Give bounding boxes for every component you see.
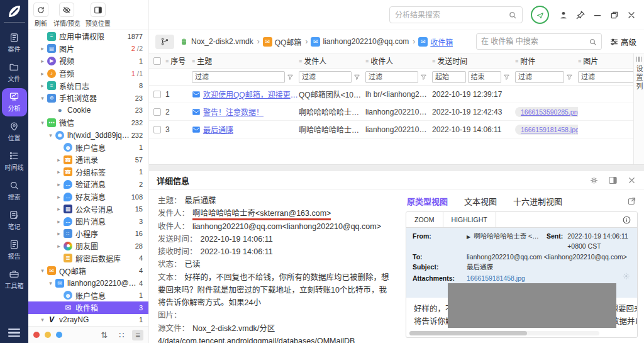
inbox-search-input[interactable] (481, 37, 585, 46)
filter-subject-input[interactable] (192, 71, 285, 83)
sidebar-item-report[interactable]: 报告 (2, 236, 27, 264)
inbox-search[interactable] (476, 33, 602, 50)
filter-image-input[interactable] (578, 71, 633, 83)
breadcrumb-item[interactable]: › ✉ 收件箱 (412, 37, 453, 47)
email-subject-link[interactable]: 警告！注意数据！ (203, 106, 264, 117)
email-subject-link[interactable]: 欢迎使用QQ邮箱，迎接更高效... (203, 89, 299, 99)
chevron-icon[interactable]: ▸ (55, 181, 63, 188)
chevron-icon[interactable]: ▾ (38, 267, 47, 274)
funnel-icon[interactable] (503, 74, 510, 81)
tree-item[interactable]: ▸ ♪ 音频 1 /1 (28, 67, 148, 80)
funnel-icon[interactable] (353, 74, 360, 81)
sidebar-item-timeline[interactable]: 时间线 (2, 147, 27, 176)
tree-item[interactable]: ▸ ☎ 通讯录 57 (28, 154, 148, 166)
expand-arrow-icon[interactable]: ▶ (467, 233, 470, 241)
filter-time-end-input[interactable] (468, 71, 502, 83)
gear-icon[interactable] (589, 176, 599, 185)
highlight-tab[interactable]: HIGHLIGHT (443, 212, 496, 227)
attachment-pill[interactable]: 1666153590285.png (515, 107, 578, 117)
attachment-pill[interactable]: 1666159181458.jpg (515, 125, 578, 135)
tree-item[interactable]: ▾ ☻ lh(wxid_3dd89jqqx0c... 232 (28, 129, 148, 142)
flag-red-dot[interactable] (33, 332, 40, 338)
tree-item[interactable]: ▾ ⋯ 微信 232 (28, 116, 148, 129)
sidebar-item-location[interactable]: 位置 (2, 118, 27, 146)
chevron-icon[interactable]: ▸ (55, 157, 63, 163)
tree-item[interactable]: ▸ … 图片消息 3 (28, 215, 148, 228)
grid-view-icon[interactable]: ∷ (116, 330, 127, 340)
filter-time-start-input[interactable] (432, 71, 466, 83)
tree-item[interactable]: ▸ ▤ 图片 2 /2 (28, 43, 148, 55)
tree-item[interactable]: ▾ ⊕ 手机浏览器 23 (28, 92, 148, 104)
branch-view-icon[interactable] (155, 35, 174, 49)
tree-item[interactable]: ▾ V v2rayNG 1 (28, 314, 148, 326)
tree-item[interactable]: ≣ 解密后数据库 4 (28, 252, 148, 265)
refresh-button[interactable]: 刷新 (33, 3, 48, 29)
chevron-icon[interactable]: ▾ (38, 317, 47, 323)
row-checkbox[interactable] (153, 108, 161, 116)
chevron-icon[interactable]: ▾ (38, 120, 47, 126)
sidebar-item-search[interactable]: 搜索 (2, 177, 27, 205)
search-icon[interactable] (508, 11, 517, 20)
list-view-icon[interactable]: ≡ (132, 330, 143, 340)
advanced-search-button[interactable]: 高级 (609, 36, 636, 48)
tree-item[interactable]: ▸ 朋友圈 28 (28, 240, 148, 252)
global-search-input[interactable] (395, 11, 504, 20)
breadcrumb-item[interactable]: › ✉ lianhong202210@qq.com (304, 37, 409, 47)
sidebar-item-note[interactable]: 笔记 (2, 206, 27, 235)
preview-position-button[interactable]: 预览位置 (86, 3, 111, 29)
chevron-icon[interactable]: ▸ (38, 45, 47, 52)
layout-icon[interactable] (608, 176, 618, 185)
zoom-tab[interactable]: ZOOM (406, 212, 443, 227)
chevron-icon[interactable]: ▾ (47, 280, 55, 286)
search-icon[interactable] (589, 38, 597, 46)
panel-divider[interactable] (149, 165, 644, 171)
row-checkbox[interactable] (153, 91, 161, 98)
tree-item[interactable]: ✉ 收件箱 3 (28, 301, 148, 314)
sidebar-item-case[interactable]: 案件 (2, 29, 27, 57)
table-row[interactable]: 2 警告！注意数据！ 啊哈哈哈哈哈士奇<... lianhong202210<l… (149, 103, 633, 121)
tree-item[interactable]: ▸ … 验证消息 2 (28, 178, 148, 191)
table-row[interactable]: 3 最后通牒 啊哈哈哈哈哈士奇<... lianhong202210@q... … (149, 121, 633, 138)
detail-preview-button[interactable]: 详情/预览 (53, 3, 80, 29)
pin-icon[interactable] (575, 10, 586, 20)
tree-item[interactable]: ▾ ✉ QQ邮箱 4 (28, 264, 148, 277)
chevron-icon[interactable]: ▸ (55, 230, 63, 237)
chevron-icon[interactable]: ▾ (38, 95, 47, 101)
open-external-icon[interactable] (627, 196, 636, 206)
sidebar-item-toolbox[interactable]: 工具箱 (2, 266, 27, 294)
column-settings-toggle[interactable]: 设置列 (633, 53, 644, 164)
global-search[interactable] (389, 6, 523, 23)
breadcrumb-item[interactable]: Nox_2-disk2.vmdk (179, 37, 253, 47)
horizontal-scrollbar[interactable] (409, 331, 599, 335)
chevron-icon[interactable]: ▸ (55, 218, 63, 225)
funnel-icon[interactable] (420, 74, 427, 81)
chevron-icon[interactable]: ▸ (38, 70, 47, 77)
funnel-icon[interactable] (287, 74, 294, 81)
tab-text-view[interactable]: 文本视图 (464, 195, 497, 207)
scrollbar-thumb[interactable] (409, 331, 527, 335)
chevron-icon[interactable]: ▸ (55, 169, 63, 175)
filter-from-input[interactable] (299, 71, 352, 83)
chevron-icon[interactable]: ▸ (55, 206, 63, 212)
chevron-icon[interactable]: ▸ (38, 58, 47, 64)
table-row[interactable]: 1 欢迎使用QQ邮箱，迎接更高效... QQ邮箱团队<10000... lh b… (149, 86, 633, 103)
sidebar-item-analysis[interactable]: 分析 (2, 88, 27, 116)
close-icon[interactable] (627, 176, 636, 185)
breadcrumb-item[interactable]: › ✉ QQ邮箱 (257, 37, 302, 47)
tree-item[interactable]: ☻ 账户信息 1 (28, 289, 148, 301)
tree-item[interactable]: ▸ ≡ 系统日志 8 (28, 79, 148, 92)
chevron-icon[interactable]: ▸ (38, 82, 47, 89)
tree-item[interactable]: ● Cookie 23 (28, 104, 148, 117)
attachment-link[interactable]: 1666159181458.jpg (467, 274, 525, 282)
tree-item[interactable]: ▸ ▦ 公众号消息 15 (28, 203, 148, 215)
restore-button[interactable] (609, 10, 619, 20)
tree-item[interactable]: ▸ ▶ 视频 1 (28, 55, 148, 67)
funnel-icon[interactable] (566, 74, 573, 81)
tree-item[interactable]: ▸ … 好友消息 108 (28, 191, 148, 203)
flag-blue-dot[interactable] (56, 332, 62, 338)
user-icon[interactable] (558, 10, 569, 20)
chevron-icon[interactable]: ▾ (47, 132, 55, 138)
tree-item[interactable]: ▾ ✉ lianhong202210@qq.com 4 (28, 277, 148, 290)
license-badge-icon[interactable] (531, 6, 549, 24)
menu-icon[interactable] (8, 329, 20, 337)
